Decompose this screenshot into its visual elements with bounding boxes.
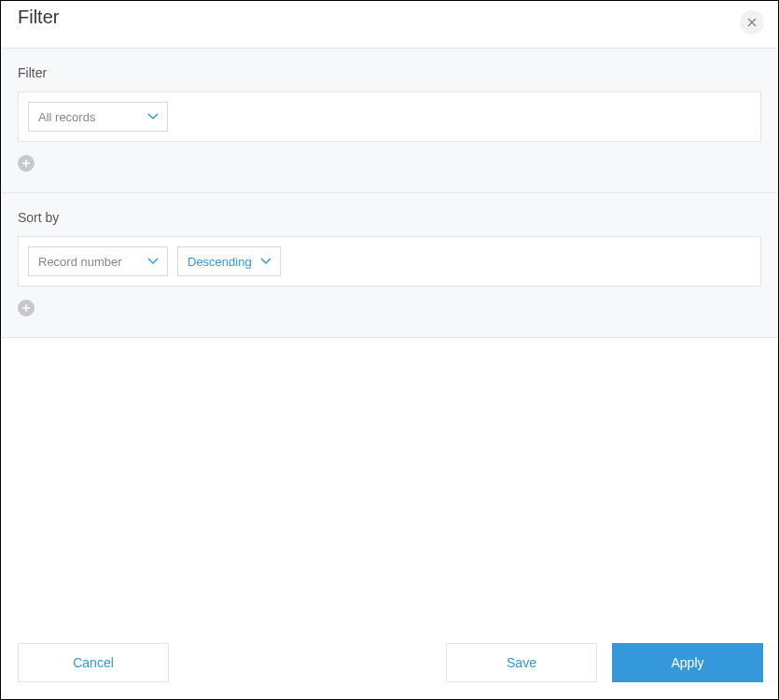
- sort-order-select[interactable]: Descending: [177, 246, 281, 276]
- cancel-button[interactable]: Cancel: [18, 643, 169, 682]
- filter-condition-select[interactable]: All records: [28, 102, 168, 132]
- sort-order-value: Descending: [188, 255, 252, 269]
- dialog-content: Filter All records Sort by Record number…: [1, 49, 778, 626]
- sort-section: Sort by Record number Descending: [1, 193, 778, 338]
- dialog-header: Filter: [1, 1, 778, 49]
- close-icon: [747, 18, 757, 27]
- close-button[interactable]: [740, 10, 764, 35]
- add-sort-button[interactable]: [18, 300, 35, 316]
- cancel-button-label: Cancel: [73, 655, 114, 670]
- footer-right-group: Save Apply: [446, 643, 763, 682]
- chevron-down-icon: [147, 113, 159, 120]
- plus-icon: [21, 159, 31, 168]
- add-filter-button[interactable]: [18, 155, 35, 172]
- sort-field-value: Record number: [38, 255, 122, 269]
- chevron-down-icon: [147, 258, 159, 265]
- apply-button[interactable]: Apply: [612, 643, 763, 682]
- sort-section-label: Sort by: [18, 210, 761, 225]
- plus-icon: [21, 303, 31, 313]
- chevron-down-icon: [260, 258, 271, 265]
- sort-row: Record number Descending: [18, 236, 761, 287]
- apply-button-label: Apply: [671, 655, 703, 670]
- filter-row: All records: [18, 91, 761, 142]
- dialog-title: Filter: [18, 7, 59, 28]
- filter-condition-value: All records: [38, 110, 95, 124]
- dialog-footer: Cancel Save Apply: [1, 626, 778, 699]
- filter-section: Filter All records: [1, 49, 778, 193]
- sort-field-select[interactable]: Record number: [28, 246, 168, 276]
- save-button-label: Save: [507, 655, 536, 670]
- filter-section-label: Filter: [18, 65, 761, 80]
- save-button[interactable]: Save: [446, 643, 597, 682]
